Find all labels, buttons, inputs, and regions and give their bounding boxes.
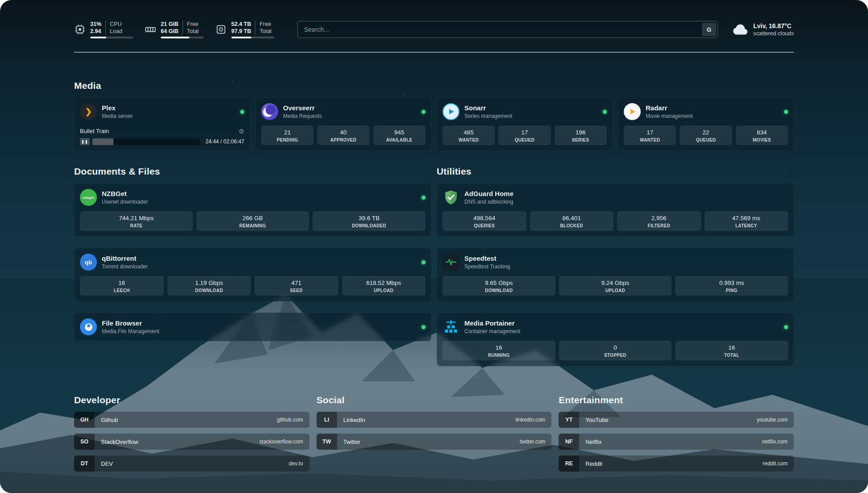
- stat-value: 22: [681, 129, 730, 136]
- ram-progress-fill: [161, 37, 189, 38]
- speedtest-name: Speedtest: [464, 254, 510, 263]
- bookmark-abbr: DT: [74, 455, 95, 472]
- bookmark-twitter[interactable]: TW Twitter twitter.com: [317, 434, 552, 450]
- adguard-name: AdGuard Home: [464, 189, 513, 198]
- stat-label: SERIES: [556, 138, 605, 142]
- stat-label: DOWNLOAD: [444, 288, 554, 293]
- stat-box: 39.6 TB DOWNLOADED: [313, 211, 426, 231]
- plex-seek-bar[interactable]: [92, 138, 200, 145]
- stat-label: STOPPED: [561, 353, 670, 358]
- stat-box: 498,564 QUERIES: [442, 211, 526, 231]
- plex-status-dot: [240, 110, 244, 114]
- qbittorrent-subtitle: Torrent downloader: [102, 263, 148, 270]
- stat-value: 9.24 Gbps: [561, 279, 670, 287]
- plex-now-playing: Bullet Train: [80, 128, 109, 134]
- sonarr-name: Sonarr: [464, 104, 512, 112]
- qbittorrent-card[interactable]: qb qBittorrent Torrent downloader 16: [74, 248, 431, 301]
- bookmark-reddit[interactable]: RE Reddit reddit.com: [559, 455, 794, 472]
- stat-label: RATE: [82, 223, 191, 228]
- bookmark-linkedin[interactable]: LI LinkedIn linkedin.com: [317, 412, 552, 428]
- stat-value: 16: [82, 279, 162, 287]
- bookmark-url: netflix.com: [762, 439, 788, 445]
- section-social: Social LI LinkedIn linkedin.com TW Twitt…: [317, 395, 552, 472]
- filebrowser-card[interactable]: File Browser Media File Management: [74, 313, 431, 341]
- overseerr-card[interactable]: Overseerr Media Requests 21 PENDING 40 A…: [255, 97, 431, 151]
- bookmark-name: DEV: [101, 460, 113, 467]
- pause-button[interactable]: ❚❚: [80, 138, 90, 145]
- media-section-title: Media: [74, 80, 794, 91]
- ram-progress-bar: [161, 37, 204, 38]
- cloud-icon: [732, 24, 748, 35]
- stat-label: SEED: [256, 288, 337, 293]
- stat-label: REMAINING: [198, 223, 308, 228]
- stat-label: LEECH: [82, 288, 162, 293]
- stat-box: 16 TOTAL: [675, 341, 788, 360]
- overseerr-subtitle: Media Requests: [283, 113, 322, 120]
- disk-progress-fill: [231, 37, 251, 38]
- bookmark-name: YouTube: [585, 417, 608, 423]
- overseerr-name: Overseerr: [283, 104, 322, 112]
- bookmark-url: dev.to: [289, 460, 303, 467]
- bookmark-netflix[interactable]: NF Netflix netflix.com: [559, 434, 794, 450]
- stat-box: 40 APPROVED: [317, 125, 369, 145]
- stat-value: 47.569 ms: [706, 214, 787, 222]
- stat-value: 86,401: [532, 214, 612, 222]
- gear-icon[interactable]: ⚙: [238, 128, 244, 134]
- bookmark-github[interactable]: GH Github github.com: [74, 412, 309, 428]
- stat-box: 1.19 Gbps DOWNLOAD: [167, 276, 251, 296]
- search-input[interactable]: [297, 21, 718, 38]
- section-developer: Developer GH Github github.com SO StackO…: [74, 395, 309, 472]
- search-provider-button[interactable]: G: [702, 23, 716, 36]
- bookmark-dev[interactable]: DT DEV dev.to: [74, 455, 309, 472]
- bookmark-abbr: NF: [559, 434, 579, 450]
- bookmark-abbr: SO: [74, 434, 95, 450]
- sonarr-status-dot: [603, 110, 607, 114]
- sonarr-icon: [442, 103, 459, 120]
- disk-free-value: 52.4 TB: [231, 21, 251, 28]
- bookmark-stackoverflow[interactable]: SO StackOverflow stackoverflow.com: [74, 434, 309, 450]
- stat-value: 498,564: [444, 214, 525, 222]
- stat-label: MOVIES: [738, 138, 786, 142]
- cpu-label: CPU: [110, 21, 122, 28]
- portainer-icon: [442, 318, 459, 335]
- bookmark-abbr: LI: [317, 412, 337, 428]
- speedtest-card[interactable]: Speedtest Speedtest Tracking 9.65 Gbps D…: [437, 248, 794, 301]
- sonarr-card[interactable]: Sonarr Series management 485 WANTED 17 Q…: [437, 97, 613, 151]
- plex-card[interactable]: ❯ Plex Media server Bullet Train ⚙ ❚❚: [74, 97, 250, 151]
- stat-label: PING: [677, 288, 786, 293]
- stat-value: 196: [556, 129, 605, 136]
- nzbget-icon: nzbget: [80, 189, 97, 206]
- stat-box: 86,401 BLOCKED: [530, 211, 614, 231]
- stat-value: 471: [256, 279, 337, 287]
- stat-box: 945 AVAILABLE: [373, 125, 426, 145]
- stat-box: 0 STOPPED: [559, 341, 672, 360]
- stat-label: RUNNING: [444, 353, 554, 358]
- qbittorrent-status-dot: [421, 260, 426, 264]
- bookmark-name: Github: [101, 417, 118, 423]
- stat-label: WANTED: [444, 138, 493, 142]
- bookmark-youtube[interactable]: YT YouTube youtube.com: [559, 412, 794, 428]
- stat-value: 16: [677, 344, 786, 351]
- stat-label: DOWNLOAD: [169, 288, 250, 293]
- stat-box: 0.993 ms PING: [675, 276, 788, 296]
- stat-value: 0.993 ms: [677, 279, 786, 287]
- radarr-card[interactable]: Radarr Movie management 17 WANTED 22 QUE…: [618, 97, 794, 151]
- nzbget-card[interactable]: nzbget NZBGet Usenet downloader 744.21 M…: [74, 183, 431, 237]
- ram-free-value: 21 GiB: [161, 21, 179, 28]
- stat-box: 471 SEED: [255, 276, 338, 296]
- stat-label: QUERIES: [444, 223, 525, 228]
- entertainment-section-title: Entertainment: [559, 395, 794, 405]
- disk-widget: 52.4 TB 97.9 TB Free Total: [215, 21, 274, 38]
- stat-value: 39.6 TB: [314, 214, 424, 222]
- stat-value: 40: [319, 129, 367, 136]
- disk-total-value: 97.9 TB: [231, 28, 251, 35]
- stat-value: 1.19 Gbps: [169, 279, 250, 287]
- stat-label: WANTED: [626, 138, 674, 142]
- portainer-card[interactable]: Media Portainer Container management 16 …: [437, 313, 794, 366]
- speedtest-subtitle: Speedtest Tracking: [464, 263, 510, 270]
- stat-label: LATENCY: [706, 223, 787, 228]
- adguard-subtitle: DNS and adblocking: [464, 198, 513, 205]
- bookmark-abbr: YT: [559, 412, 579, 428]
- social-section-title: Social: [317, 395, 552, 405]
- adguard-card[interactable]: AdGuard Home DNS and adblocking 498,564 …: [437, 183, 794, 237]
